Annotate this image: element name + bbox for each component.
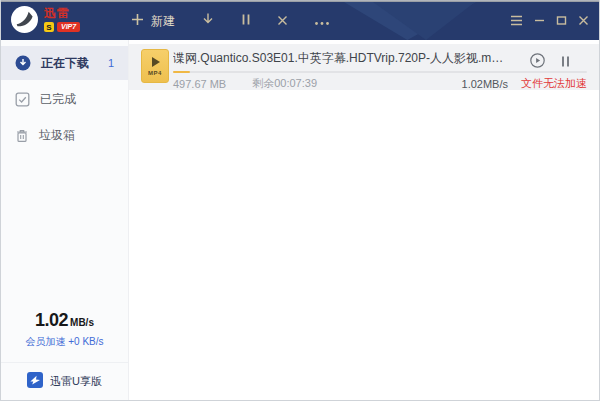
brand-area: 迅雷 S VIP7 — [11, 6, 80, 37]
download-filename: 谍网.Quantico.S03E01.中英字幕.HDTVrip.720P-人人影… — [173, 50, 504, 67]
thunder-bird-icon — [27, 372, 43, 390]
file-size: 497.67 MB — [173, 78, 226, 90]
speed-unit: MB/s — [70, 317, 94, 328]
ellipsis-icon — [314, 12, 330, 30]
sidebar-nav: 正在下载 1 已完成 垃圾箱 — [1, 40, 128, 152]
minimize-icon — [534, 12, 545, 30]
new-task-label: 新建 — [151, 13, 175, 30]
maximize-button[interactable] — [556, 12, 567, 30]
sidebar-item-trash[interactable]: 垃圾箱 — [1, 118, 128, 152]
sidebar-item-downloading[interactable]: 正在下载 1 — [1, 46, 128, 80]
sidebar: 正在下载 1 已完成 垃圾箱 1.02MB — [1, 40, 129, 400]
downloading-count-badge: 1 — [108, 57, 114, 69]
download-meta: 497.67 MB 剩余00:07:39 1.02MB/s 文件无法加速 — [173, 76, 587, 91]
start-all-button[interactable] — [201, 12, 215, 30]
vip-badges[interactable]: S VIP7 — [44, 22, 80, 32]
pause-task-button[interactable] — [560, 54, 571, 72]
status-text: 文件无法加速 — [521, 76, 587, 91]
toolbar: 新建 — [131, 2, 330, 40]
downloading-circle-icon — [15, 55, 31, 71]
play-triangle-icon — [152, 57, 160, 67]
sidebar-item-label: 已完成 — [40, 91, 76, 108]
task-speed: 1.02MB/s — [462, 78, 508, 90]
checkbox-check-icon — [15, 92, 30, 107]
trash-icon — [15, 128, 29, 143]
progress-bar-fill — [173, 71, 190, 73]
download-arrow-icon — [201, 12, 215, 30]
app-body: 正在下载 1 已完成 垃圾箱 1.02MB — [1, 40, 599, 400]
main-menu-button[interactable] — [510, 12, 523, 30]
maximize-icon — [556, 12, 567, 30]
delete-task-button[interactable] — [277, 12, 288, 30]
vip-level-badge[interactable]: VIP7 — [57, 22, 80, 32]
pause-all-button[interactable] — [241, 12, 251, 30]
close-window-button[interactable] — [578, 12, 589, 30]
play-circle-icon — [530, 53, 545, 72]
global-speed: 1.02MB/s — [1, 310, 128, 331]
sidebar-stats: 1.02MB/s 会员加速 +0 KB/s 迅雷U享版 — [1, 310, 128, 400]
time-remaining: 剩余00:07:39 — [252, 76, 317, 91]
download-list-item[interactable]: MP4 谍网.Quantico.S03E01.中英字幕.HDTVrip.720P… — [129, 44, 599, 90]
pause-task-icon — [560, 54, 571, 72]
close-x-icon — [277, 12, 288, 30]
sidebar-item-completed[interactable]: 已完成 — [1, 82, 128, 116]
download-row-actions — [530, 53, 571, 72]
app-window: 迅雷 S VIP7 新建 — [0, 0, 600, 401]
pause-icon — [241, 12, 251, 30]
window-close-icon — [578, 12, 589, 30]
main-content: MP4 谍网.Quantico.S03E01.中英字幕.HDTVrip.720P… — [129, 40, 599, 400]
svip-badge[interactable]: S — [44, 22, 54, 32]
window-controls — [510, 2, 589, 40]
sidebar-item-label: 正在下载 — [41, 55, 89, 72]
file-type-label: MP4 — [148, 70, 162, 76]
sidebar-item-label: 垃圾箱 — [39, 127, 75, 144]
plus-icon — [131, 13, 144, 29]
titlebar: 迅雷 S VIP7 新建 — [1, 2, 599, 40]
edition-label: 迅雷U享版 — [50, 374, 102, 389]
more-options-button[interactable] — [314, 12, 330, 30]
hamburger-icon — [510, 12, 523, 30]
progress-bar — [173, 71, 587, 73]
member-boost-text: 会员加速 +0 KB/s — [1, 335, 128, 349]
app-logo-icon — [11, 6, 38, 37]
mp4-file-icon: MP4 — [141, 49, 169, 83]
brand-name: 迅雷 — [44, 6, 80, 20]
edition-link[interactable]: 迅雷U享版 — [1, 363, 128, 400]
speed-value: 1.02 — [35, 310, 68, 330]
new-task-button[interactable]: 新建 — [131, 13, 175, 30]
minimize-button[interactable] — [534, 12, 545, 30]
play-preview-button[interactable] — [530, 53, 545, 72]
